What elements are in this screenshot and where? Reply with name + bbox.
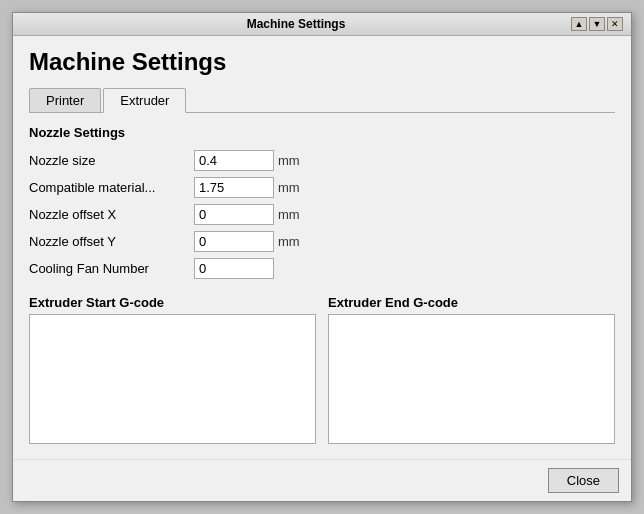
unit-nozzle-offset-y: mm [278,234,300,249]
label-compatible-material: Compatible material... [29,180,194,195]
unit-nozzle-offset-x: mm [278,207,300,222]
unit-compatible-material: mm [278,180,300,195]
window-title: Machine Settings [21,17,571,31]
window-controls: ▲ ▼ ✕ [571,17,623,31]
tab-extruder[interactable]: Extruder [103,88,186,113]
field-nozzle-size: Nozzle size mm [29,150,615,171]
input-nozzle-offset-y[interactable] [194,231,274,252]
input-nozzle-size[interactable] [194,150,274,171]
label-nozzle-size: Nozzle size [29,153,194,168]
label-cooling-fan-number: Cooling Fan Number [29,261,194,276]
close-button[interactable]: Close [548,468,619,493]
footer: Close [13,459,631,501]
gcode-start-block: Extruder Start G-code [29,295,316,447]
input-group-nozzle-offset-y: mm [194,231,300,252]
minimize-button[interactable]: ▲ [571,17,587,31]
tab-bar: Printer Extruder [29,88,615,113]
title-bar: Machine Settings ▲ ▼ ✕ [13,13,631,36]
unit-nozzle-size: mm [278,153,300,168]
machine-settings-window: Machine Settings ▲ ▼ ✕ Machine Settings … [12,12,632,502]
input-compatible-material[interactable] [194,177,274,198]
close-window-button[interactable]: ✕ [607,17,623,31]
input-group-cooling-fan-number [194,258,274,279]
field-compatible-material: Compatible material... mm [29,177,615,198]
input-cooling-fan-number[interactable] [194,258,274,279]
input-group-compatible-material: mm [194,177,300,198]
label-nozzle-offset-y: Nozzle offset Y [29,234,194,249]
gcode-section: Extruder Start G-code Extruder End G-cod… [29,295,615,447]
field-nozzle-offset-x: Nozzle offset X mm [29,204,615,225]
field-nozzle-offset-y: Nozzle offset Y mm [29,231,615,252]
input-nozzle-offset-x[interactable] [194,204,274,225]
section-title-nozzle: Nozzle Settings [29,125,615,140]
restore-button[interactable]: ▼ [589,17,605,31]
gcode-end-block: Extruder End G-code [328,295,615,447]
input-group-nozzle-size: mm [194,150,300,171]
page-title: Machine Settings [29,48,615,76]
tab-printer[interactable]: Printer [29,88,101,112]
gcode-end-label: Extruder End G-code [328,295,615,310]
gcode-start-label: Extruder Start G-code [29,295,316,310]
input-group-nozzle-offset-x: mm [194,204,300,225]
label-nozzle-offset-x: Nozzle offset X [29,207,194,222]
field-cooling-fan-number: Cooling Fan Number [29,258,615,279]
gcode-end-textarea[interactable] [328,314,615,444]
gcode-start-textarea[interactable] [29,314,316,444]
window-content: Machine Settings Printer Extruder Nozzle… [13,36,631,459]
